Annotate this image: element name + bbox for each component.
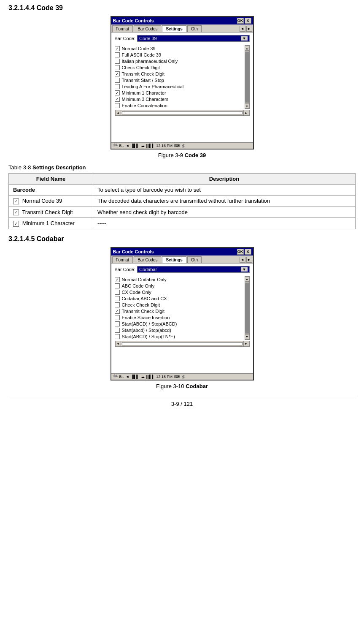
cb-abc-code[interactable] — [115, 283, 120, 288]
checkbox-check-digit[interactable]: Check Check Digit — [115, 65, 245, 70]
section-heading-code39: 3.2.1.4.4 Code 39 — [8, 4, 356, 12]
checkbox-cx-code[interactable]: CX Code Only — [115, 290, 245, 295]
cb-min3-chars[interactable] — [115, 97, 120, 102]
checkbox-min3-chars[interactable]: Minimum 3 Characters — [115, 97, 245, 102]
title-bar-codabar: Bar Code Controls OK X — [111, 248, 253, 255]
cb-codabar-abc-cx[interactable] — [115, 296, 120, 301]
tab-nav-right[interactable]: ► — [246, 26, 252, 32]
cb-enable-concat[interactable] — [115, 103, 120, 108]
cb-start-abcd-stop-tne[interactable] — [115, 334, 120, 339]
desc-transmit-check: Whether send check digit by barcode — [93, 207, 356, 218]
check-icon-min1-char — [13, 221, 19, 227]
barcode-select-codabar[interactable]: Codabar ▼ — [137, 266, 249, 273]
checkbox-leading-a[interactable]: Leading A For Pharmaceutical — [115, 84, 245, 89]
status-icon-back-codabar: ◄ — [126, 375, 129, 379]
close-button[interactable]: X — [245, 18, 251, 24]
bottom-scrollbar-code39[interactable]: ◄ ► — [115, 110, 250, 116]
cb-label-min3-chars: Minimum 3 Characters — [122, 97, 169, 102]
cb-enable-space[interactable] — [115, 315, 120, 320]
checkbox-normal-code39[interactable]: Normal Code 39 — [115, 46, 245, 51]
tab-nav: ◄ ► — [240, 25, 252, 32]
tab-bar-code39: Format Bar Codes Settings Oth ◄ ► — [111, 24, 253, 33]
checkbox-transmit-start-stop[interactable]: Transmit Start / Stop — [115, 78, 245, 83]
ok-button[interactable]: OK — [237, 18, 244, 24]
bottom-scrollbar-codabar[interactable]: ◄ ► — [115, 341, 250, 347]
cb-italian[interactable] — [115, 59, 120, 64]
cb-start-abcd-lower-stop-abcd[interactable] — [115, 328, 120, 333]
cb-check-check-digit-codabar[interactable] — [115, 302, 120, 307]
scroll-down-codabar[interactable]: ▼ — [245, 334, 250, 340]
barcode-dropdown-arrow-codabar[interactable]: ▼ — [241, 267, 248, 272]
scroll-up-code39[interactable]: ▲ — [245, 46, 250, 51]
status-icon-signal-codabar: ▐▌▌ — [131, 375, 139, 379]
side-scrollbar-codabar[interactable]: ▲ ▼ — [245, 276, 250, 340]
cb-leading-a[interactable] — [115, 84, 120, 89]
checkbox-scrollbar-container-codabar: Normal Codabar Only ABC Code Only CX Cod… — [115, 276, 250, 340]
tab-oth-codabar[interactable]: Oth — [187, 256, 202, 263]
cb-full-ascii[interactable] — [115, 52, 120, 57]
bscroll-right-code39[interactable]: ► — [243, 110, 249, 116]
cb-check-digit[interactable] — [115, 65, 120, 70]
title-bar-code39: Bar Code Controls OK X — [111, 17, 253, 24]
checkbox-transmit-check-codabar[interactable]: Transmit Check Digit — [115, 309, 245, 314]
tab-settings[interactable]: Settings — [162, 25, 186, 32]
scroll-up-codabar[interactable]: ▲ — [245, 277, 250, 282]
cb-cx-code[interactable] — [115, 290, 120, 295]
device-screen-codabar: Bar Code Controls OK X Format Bar Codes … — [111, 247, 254, 380]
cb-normal-code39[interactable] — [115, 46, 120, 51]
barcode-dropdown-arrow[interactable]: ▼ — [241, 36, 248, 41]
bscroll-right-codabar[interactable]: ► — [243, 341, 249, 347]
checkbox-transmit-check[interactable]: Transmit Check Digit — [115, 71, 245, 76]
checkbox-enable-concat[interactable]: Enable Concatenation — [115, 103, 245, 108]
tab-nav-right-codabar[interactable]: ► — [246, 257, 252, 263]
scroll-down-code39[interactable]: ▼ — [245, 103, 250, 109]
cb-label-normal-code39: Normal Code 39 — [122, 46, 156, 51]
tab-nav-left-codabar[interactable]: ◄ — [240, 257, 245, 263]
status-icon-kb-codabar: ⌨ — [174, 375, 180, 379]
side-scrollbar-code39[interactable]: ▲ ▼ — [245, 45, 250, 109]
checkbox-start-abcd-stop-abcd[interactable]: Start(ABCD) / Stop(ABCD) — [115, 321, 245, 326]
title-bar-label-codabar: Bar Code Controls — [113, 249, 154, 254]
cb-start-abcd-stop-abcd[interactable] — [115, 321, 120, 326]
tab-barcodes[interactable]: Bar Codes — [134, 25, 161, 32]
cb-transmit-start-stop[interactable] — [115, 78, 120, 83]
checkbox-start-abcd-stop-tne[interactable]: Start(ABCD) / Stop(TN*E) — [115, 334, 245, 339]
checkbox-enable-space[interactable]: Enable Space Insertion — [115, 315, 245, 320]
bscroll-left-codabar[interactable]: ◄ — [115, 341, 121, 347]
cb-label-start-abcd-stop-abcd: Start(ABCD) / Stop(ABCD) — [122, 321, 177, 326]
check-icon-normal-code39 — [13, 198, 19, 204]
checkbox-min1-char[interactable]: Minimum 1 Character — [115, 90, 245, 95]
checkbox-check-check-digit-codabar[interactable]: Check Check Digit — [115, 302, 245, 307]
table-row: Transmit Check Digit Whether send check … — [9, 207, 356, 218]
tab-nav-left[interactable]: ◄ — [240, 26, 245, 32]
tab-barcodes-codabar[interactable]: Bar Codes — [134, 256, 161, 263]
barcode-select[interactable]: Code 39 ▼ — [137, 35, 249, 42]
checkbox-abc-code[interactable]: ABC Code Only — [115, 283, 245, 288]
screen-body-codabar: Bar Code: Codabar ▼ Normal Codabar Only — [111, 264, 253, 373]
cb-transmit-check[interactable] — [115, 71, 120, 76]
ok-button-codabar[interactable]: OK — [237, 249, 244, 255]
field-normal-code39: Normal Code 39 — [9, 196, 93, 207]
checkbox-normal-codabar[interactable]: Normal Codabar Only — [115, 277, 245, 282]
checkbox-full-ascii[interactable]: Full ASCII Code 39 — [115, 52, 245, 57]
bscroll-left-code39[interactable]: ◄ — [115, 110, 121, 116]
status-icon-b-codabar: B.. — [119, 375, 124, 379]
tab-format[interactable]: Format — [112, 25, 133, 32]
title-bar-buttons-codabar: OK X — [237, 249, 251, 255]
status-bar-codabar: 🏁 B.. ◄ ▐▌▌ ☁ |||▌▌ 12:18 PM ⌨ 🖨 — [111, 373, 253, 380]
checkbox-italian[interactable]: Italian pharmaceutical Only — [115, 59, 245, 64]
field-transmit-check-label: Transmit Check Digit — [22, 209, 73, 215]
cb-normal-codabar[interactable] — [115, 277, 120, 282]
tab-oth[interactable]: Oth — [187, 25, 202, 32]
tab-settings-codabar[interactable]: Settings — [162, 256, 186, 263]
cb-transmit-check-codabar[interactable] — [115, 309, 120, 314]
close-button-codabar[interactable]: X — [245, 249, 251, 255]
desc-min1-char: ----- — [93, 218, 356, 229]
settings-table: Field Name Description Barcode To select… — [8, 173, 356, 229]
tab-format-codabar[interactable]: Format — [112, 256, 133, 263]
figure-caption-bold-codabar: Codabar — [186, 383, 208, 389]
checkbox-codabar-abc-cx[interactable]: Codabar,ABC and CX — [115, 296, 245, 301]
checkbox-list-codabar: Normal Codabar Only ABC Code Only CX Cod… — [115, 276, 245, 340]
cb-min1-char[interactable] — [115, 90, 120, 95]
checkbox-start-abcd-lower-stop-abcd[interactable]: Start(abcd) / Stop(abcd) — [115, 328, 245, 333]
